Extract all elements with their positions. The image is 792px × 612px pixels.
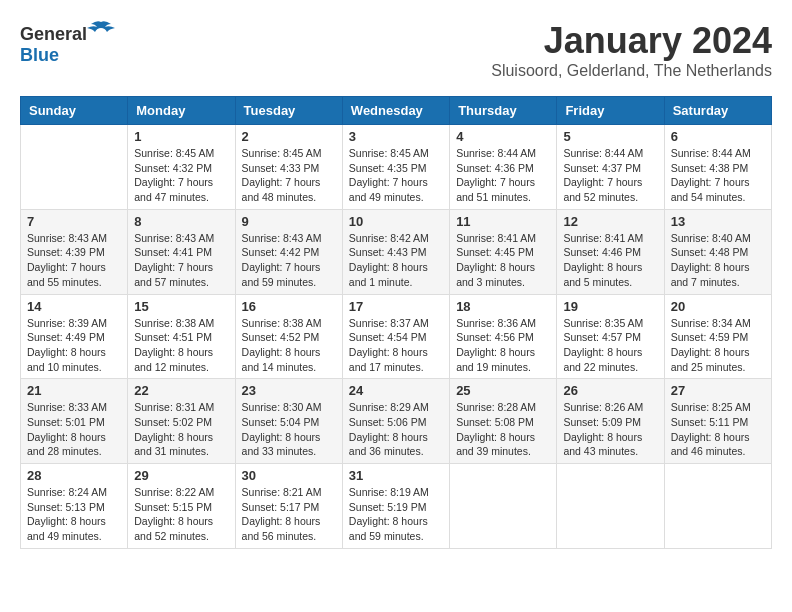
day-number: 26	[563, 383, 657, 398]
calendar-cell: 10Sunrise: 8:42 AMSunset: 4:43 PMDayligh…	[342, 209, 449, 294]
calendar-cell: 24Sunrise: 8:29 AMSunset: 5:06 PMDayligh…	[342, 379, 449, 464]
weekday-header: Monday	[128, 97, 235, 125]
day-number: 17	[349, 299, 443, 314]
day-number: 10	[349, 214, 443, 229]
day-info: Sunrise: 8:41 AMSunset: 4:45 PMDaylight:…	[456, 231, 550, 290]
calendar-cell: 7Sunrise: 8:43 AMSunset: 4:39 PMDaylight…	[21, 209, 128, 294]
day-info: Sunrise: 8:40 AMSunset: 4:48 PMDaylight:…	[671, 231, 765, 290]
day-info: Sunrise: 8:22 AMSunset: 5:15 PMDaylight:…	[134, 485, 228, 544]
logo-text: General Blue	[20, 20, 115, 66]
logo-general: General	[20, 24, 87, 44]
day-number: 15	[134, 299, 228, 314]
weekday-header: Tuesday	[235, 97, 342, 125]
calendar-cell: 20Sunrise: 8:34 AMSunset: 4:59 PMDayligh…	[664, 294, 771, 379]
day-number: 19	[563, 299, 657, 314]
logo: General Blue	[20, 20, 115, 66]
day-number: 6	[671, 129, 765, 144]
day-info: Sunrise: 8:45 AMSunset: 4:35 PMDaylight:…	[349, 146, 443, 205]
calendar-cell: 2Sunrise: 8:45 AMSunset: 4:33 PMDaylight…	[235, 125, 342, 210]
day-info: Sunrise: 8:28 AMSunset: 5:08 PMDaylight:…	[456, 400, 550, 459]
day-info: Sunrise: 8:35 AMSunset: 4:57 PMDaylight:…	[563, 316, 657, 375]
month-title: January 2024	[491, 20, 772, 62]
calendar-cell: 6Sunrise: 8:44 AMSunset: 4:38 PMDaylight…	[664, 125, 771, 210]
calendar-cell: 28Sunrise: 8:24 AMSunset: 5:13 PMDayligh…	[21, 464, 128, 549]
day-number: 16	[242, 299, 336, 314]
location-title: Sluisoord, Gelderland, The Netherlands	[491, 62, 772, 80]
calendar-week-row: 14Sunrise: 8:39 AMSunset: 4:49 PMDayligh…	[21, 294, 772, 379]
calendar-cell: 25Sunrise: 8:28 AMSunset: 5:08 PMDayligh…	[450, 379, 557, 464]
calendar-cell: 26Sunrise: 8:26 AMSunset: 5:09 PMDayligh…	[557, 379, 664, 464]
day-info: Sunrise: 8:44 AMSunset: 4:37 PMDaylight:…	[563, 146, 657, 205]
day-info: Sunrise: 8:38 AMSunset: 4:52 PMDaylight:…	[242, 316, 336, 375]
day-number: 1	[134, 129, 228, 144]
day-info: Sunrise: 8:29 AMSunset: 5:06 PMDaylight:…	[349, 400, 443, 459]
calendar-cell	[664, 464, 771, 549]
calendar-cell: 3Sunrise: 8:45 AMSunset: 4:35 PMDaylight…	[342, 125, 449, 210]
weekday-header: Saturday	[664, 97, 771, 125]
calendar-cell: 12Sunrise: 8:41 AMSunset: 4:46 PMDayligh…	[557, 209, 664, 294]
day-number: 12	[563, 214, 657, 229]
calendar-cell: 31Sunrise: 8:19 AMSunset: 5:19 PMDayligh…	[342, 464, 449, 549]
day-number: 14	[27, 299, 121, 314]
weekday-header: Sunday	[21, 97, 128, 125]
calendar-cell: 29Sunrise: 8:22 AMSunset: 5:15 PMDayligh…	[128, 464, 235, 549]
logo-blue: Blue	[20, 45, 59, 65]
calendar-table: SundayMondayTuesdayWednesdayThursdayFrid…	[20, 96, 772, 549]
day-number: 23	[242, 383, 336, 398]
day-number: 30	[242, 468, 336, 483]
day-number: 29	[134, 468, 228, 483]
calendar-cell	[557, 464, 664, 549]
calendar-header-row: SundayMondayTuesdayWednesdayThursdayFrid…	[21, 97, 772, 125]
day-number: 4	[456, 129, 550, 144]
calendar-week-row: 1Sunrise: 8:45 AMSunset: 4:32 PMDaylight…	[21, 125, 772, 210]
day-info: Sunrise: 8:36 AMSunset: 4:56 PMDaylight:…	[456, 316, 550, 375]
day-info: Sunrise: 8:31 AMSunset: 5:02 PMDaylight:…	[134, 400, 228, 459]
calendar-cell: 13Sunrise: 8:40 AMSunset: 4:48 PMDayligh…	[664, 209, 771, 294]
day-info: Sunrise: 8:30 AMSunset: 5:04 PMDaylight:…	[242, 400, 336, 459]
day-number: 25	[456, 383, 550, 398]
day-number: 31	[349, 468, 443, 483]
day-number: 24	[349, 383, 443, 398]
calendar-cell: 27Sunrise: 8:25 AMSunset: 5:11 PMDayligh…	[664, 379, 771, 464]
calendar-cell: 22Sunrise: 8:31 AMSunset: 5:02 PMDayligh…	[128, 379, 235, 464]
day-number: 9	[242, 214, 336, 229]
day-number: 18	[456, 299, 550, 314]
calendar-cell: 14Sunrise: 8:39 AMSunset: 4:49 PMDayligh…	[21, 294, 128, 379]
calendar-cell: 17Sunrise: 8:37 AMSunset: 4:54 PMDayligh…	[342, 294, 449, 379]
day-number: 8	[134, 214, 228, 229]
day-number: 3	[349, 129, 443, 144]
day-info: Sunrise: 8:19 AMSunset: 5:19 PMDaylight:…	[349, 485, 443, 544]
weekday-header: Thursday	[450, 97, 557, 125]
day-number: 28	[27, 468, 121, 483]
title-section: January 2024 Sluisoord, Gelderland, The …	[491, 20, 772, 80]
day-info: Sunrise: 8:24 AMSunset: 5:13 PMDaylight:…	[27, 485, 121, 544]
day-number: 7	[27, 214, 121, 229]
day-info: Sunrise: 8:44 AMSunset: 4:36 PMDaylight:…	[456, 146, 550, 205]
logo-bird-icon	[87, 20, 115, 40]
day-info: Sunrise: 8:37 AMSunset: 4:54 PMDaylight:…	[349, 316, 443, 375]
calendar-week-row: 7Sunrise: 8:43 AMSunset: 4:39 PMDaylight…	[21, 209, 772, 294]
day-number: 27	[671, 383, 765, 398]
day-info: Sunrise: 8:43 AMSunset: 4:39 PMDaylight:…	[27, 231, 121, 290]
day-number: 11	[456, 214, 550, 229]
day-number: 2	[242, 129, 336, 144]
day-info: Sunrise: 8:38 AMSunset: 4:51 PMDaylight:…	[134, 316, 228, 375]
day-info: Sunrise: 8:42 AMSunset: 4:43 PMDaylight:…	[349, 231, 443, 290]
calendar-week-row: 21Sunrise: 8:33 AMSunset: 5:01 PMDayligh…	[21, 379, 772, 464]
day-info: Sunrise: 8:21 AMSunset: 5:17 PMDaylight:…	[242, 485, 336, 544]
day-number: 22	[134, 383, 228, 398]
calendar-cell	[450, 464, 557, 549]
day-info: Sunrise: 8:25 AMSunset: 5:11 PMDaylight:…	[671, 400, 765, 459]
calendar-cell: 21Sunrise: 8:33 AMSunset: 5:01 PMDayligh…	[21, 379, 128, 464]
calendar-cell: 5Sunrise: 8:44 AMSunset: 4:37 PMDaylight…	[557, 125, 664, 210]
day-info: Sunrise: 8:44 AMSunset: 4:38 PMDaylight:…	[671, 146, 765, 205]
weekday-header: Wednesday	[342, 97, 449, 125]
calendar-cell: 30Sunrise: 8:21 AMSunset: 5:17 PMDayligh…	[235, 464, 342, 549]
day-info: Sunrise: 8:34 AMSunset: 4:59 PMDaylight:…	[671, 316, 765, 375]
day-info: Sunrise: 8:26 AMSunset: 5:09 PMDaylight:…	[563, 400, 657, 459]
day-number: 20	[671, 299, 765, 314]
calendar-cell: 1Sunrise: 8:45 AMSunset: 4:32 PMDaylight…	[128, 125, 235, 210]
day-info: Sunrise: 8:43 AMSunset: 4:42 PMDaylight:…	[242, 231, 336, 290]
day-number: 21	[27, 383, 121, 398]
calendar-week-row: 28Sunrise: 8:24 AMSunset: 5:13 PMDayligh…	[21, 464, 772, 549]
